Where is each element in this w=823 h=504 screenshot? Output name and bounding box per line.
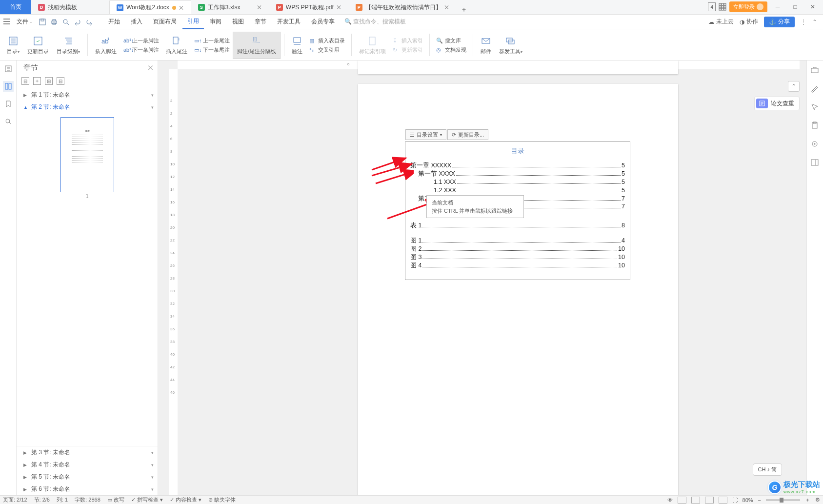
hamburger-icon[interactable]: [3, 18, 12, 26]
bookmark-icon[interactable]: [3, 99, 14, 109]
save-icon[interactable]: [37, 17, 48, 27]
mark-index-button[interactable]: 标记索引项: [355, 32, 390, 59]
status-section[interactable]: 节: 2/6: [34, 496, 50, 504]
toc-update-button[interactable]: ⟳更新目录...: [447, 129, 488, 140]
next-endnote-button[interactable]: ▭↓下一条尾注: [194, 46, 230, 54]
status-track[interactable]: ▭ 改写: [107, 496, 124, 504]
menu-tab-start[interactable]: 开始: [103, 15, 125, 29]
merge-add-icon[interactable]: ⊞: [45, 77, 53, 85]
status-spell[interactable]: ✓ 拼写检查 ▾: [131, 496, 163, 504]
zoom-value[interactable]: 80%: [743, 497, 753, 503]
status-content[interactable]: ✓ 内容检查 ▾: [170, 496, 201, 504]
mail-button[interactable]: 邮件: [477, 32, 495, 59]
add-section-icon[interactable]: ＋: [33, 77, 41, 85]
toolbox-icon[interactable]: [810, 65, 820, 75]
page-thumbnail[interactable]: 目录: [60, 117, 114, 192]
section-item[interactable]: ▶第 6 节: 未命名▾: [17, 483, 158, 495]
prev-footnote-button[interactable]: ab¹↑上一条脚注: [123, 37, 159, 44]
close-icon[interactable]: [337, 5, 341, 10]
close-icon[interactable]: [444, 5, 449, 10]
status-missing-font[interactable]: ⊘ 缺失字体: [208, 496, 236, 504]
view-web-icon[interactable]: [705, 497, 714, 504]
maximize-button[interactable]: □: [788, 0, 803, 14]
status-col[interactable]: 列: 1: [57, 496, 68, 504]
menu-tab-page-layout[interactable]: 页面布局: [148, 15, 181, 29]
vertical-ruler[interactable]: 2246810121416182022242628303234363840424…: [169, 69, 178, 495]
footnote-divider-button[interactable]: [i]脚注/尾注分隔线: [233, 32, 281, 59]
toc-button[interactable]: 目录▾: [3, 32, 23, 59]
home-tab[interactable]: 首页: [0, 0, 31, 14]
section-item[interactable]: ▲第 2 节: 未命名▾: [17, 101, 158, 113]
badge-4[interactable]: 4: [708, 2, 716, 11]
login-button[interactable]: 立即登录: [729, 1, 767, 12]
toc-row[interactable]: 1.2 XXX5: [405, 186, 630, 195]
insert-endnote-button[interactable]: i插入尾注: [162, 32, 191, 59]
location-icon[interactable]: [810, 140, 820, 149]
toc-level-button[interactable]: 目录级别▾: [53, 32, 84, 59]
outline-icon[interactable]: [3, 63, 14, 74]
close-window-button[interactable]: ✕: [805, 0, 820, 14]
print-preview-icon[interactable]: [60, 17, 71, 27]
view-page-icon[interactable]: [678, 497, 686, 504]
share-button[interactable]: ⚓ 分享: [764, 17, 795, 27]
collab-button[interactable]: ◑ 协作: [740, 18, 758, 26]
toc-row[interactable]: 表 18: [405, 222, 630, 230]
tab-word-doc[interactable]: Word教程2.docx: [109, 0, 191, 14]
panel-close-icon[interactable]: [148, 65, 154, 71]
menu-tab-devtools[interactable]: 开发工具: [272, 15, 305, 29]
update-toc-button[interactable]: 更新目录: [23, 32, 53, 59]
menu-tab-insert[interactable]: 插入: [126, 15, 147, 29]
insert-footnote-button[interactable]: ab1插入脚注: [91, 32, 120, 59]
section-item[interactable]: ▶第 3 节: 未命名▾: [17, 446, 158, 459]
menu-tab-view[interactable]: 视图: [227, 15, 249, 29]
close-icon[interactable]: [257, 5, 262, 10]
toc-row[interactable]: 第一章 XXXXX5: [405, 161, 630, 170]
collapse-float-icon[interactable]: ⌃: [788, 81, 800, 92]
search-panel-icon[interactable]: [3, 116, 14, 127]
section-item[interactable]: ▶第 5 节: 未命名▾: [17, 471, 158, 483]
menu-tab-review[interactable]: 审阅: [205, 15, 226, 29]
view-read-icon[interactable]: [719, 497, 727, 504]
group-send-button[interactable]: 群发工具▾: [495, 32, 526, 59]
view-outline-icon[interactable]: [691, 497, 700, 504]
section-item[interactable]: ▶第 4 节: 未命名▾: [17, 459, 158, 471]
zoom-in-icon[interactable]: ＋: [805, 496, 810, 504]
file-menu[interactable]: 文件⌵: [13, 18, 36, 26]
remove-section-icon[interactable]: ⊟: [57, 77, 64, 85]
redo-icon[interactable]: [84, 17, 95, 27]
upload-cloud[interactable]: ☁ 未上云: [708, 18, 734, 26]
doc-discover-button[interactable]: ◎文档发现: [436, 46, 466, 54]
toc-row[interactable]: 图 310: [405, 253, 630, 262]
document-canvas[interactable]: 642246810121416182022242628303234363840 …: [158, 60, 806, 495]
minimize-button[interactable]: ─: [770, 0, 785, 14]
menu-tab-member[interactable]: 会员专享: [306, 15, 340, 29]
menu-tab-sections[interactable]: 章节: [250, 15, 271, 29]
pen-icon[interactable]: [810, 84, 820, 94]
tab-ppt[interactable]: 【端午狂欢祝福浓情满节日】: [349, 0, 457, 14]
undo-icon[interactable]: [72, 17, 83, 27]
toc-settings-button[interactable]: ☰目录设置▾: [405, 129, 446, 140]
toc-row[interactable]: 图 14: [405, 237, 630, 245]
insert-table-toc-button[interactable]: ▤插入表目录: [309, 37, 345, 44]
print-icon[interactable]: [49, 17, 60, 27]
insert-index-button[interactable]: ↧插入索引: [393, 37, 423, 44]
toc-row[interactable]: 图 410: [405, 262, 630, 270]
zoom-slider[interactable]: [766, 499, 800, 501]
paper-check-button[interactable]: 论文查重: [754, 97, 800, 110]
sidebar-icon[interactable]: [810, 158, 820, 168]
settings-icon[interactable]: ⚙: [815, 497, 820, 503]
tab-xlsx[interactable]: 工作簿3.xlsx: [191, 0, 269, 14]
next-footnote-button[interactable]: ab¹↓下一条脚注: [123, 46, 159, 54]
section-item[interactable]: ▶第 1 节: 未命名▾: [17, 89, 158, 101]
crossref-button[interactable]: ⇆交叉引用: [309, 46, 345, 54]
apps-grid-icon[interactable]: [719, 3, 726, 11]
select-icon[interactable]: [810, 102, 820, 112]
prev-endnote-button[interactable]: ▭↑上一条尾注: [194, 37, 230, 44]
toc-row[interactable]: 1.1 XXX5: [405, 178, 630, 186]
tab-templates[interactable]: 找稻壳模板: [31, 0, 109, 14]
fullscreen-icon[interactable]: ⛶: [732, 497, 738, 503]
eye-icon[interactable]: 👁: [667, 497, 673, 503]
zoom-out-icon[interactable]: −: [758, 497, 761, 503]
clipboard-icon[interactable]: [810, 121, 820, 131]
close-icon[interactable]: [179, 5, 184, 10]
